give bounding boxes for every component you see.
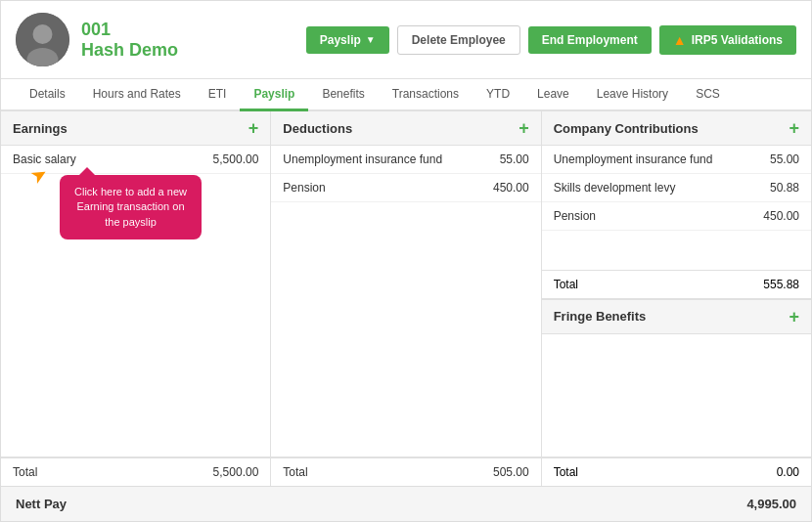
payslip-button[interactable]: Payslip ▼ bbox=[306, 26, 389, 54]
deductions-body: Unemployment insurance fund 55.00 Pensio… bbox=[271, 146, 540, 457]
company-contributions-header: Company Contributions + bbox=[542, 111, 811, 146]
warning-triangle-icon: ▲ bbox=[673, 32, 687, 48]
cc-pension-label: Pension bbox=[554, 209, 596, 223]
fringe-benefits-footer: Total 0.00 bbox=[542, 457, 811, 486]
deduction-uif-label: Unemployment insurance fund bbox=[283, 152, 442, 166]
add-deduction-button[interactable]: + bbox=[519, 119, 529, 137]
deductions-footer: Total 505.00 bbox=[271, 457, 540, 486]
cc-uif-value: 55.00 bbox=[770, 152, 799, 166]
add-company-contribution-button[interactable]: + bbox=[789, 119, 799, 137]
fringe-benefits-title: Fringe Benefits bbox=[554, 309, 647, 324]
tab-leave[interactable]: Leave bbox=[523, 79, 583, 111]
tab-scs[interactable]: SCS bbox=[682, 79, 734, 111]
basic-salary-value: 5,500.00 bbox=[213, 152, 259, 166]
cc-sdl-value: 50.88 bbox=[770, 181, 799, 195]
cc-pension-value: 450.00 bbox=[763, 209, 799, 223]
earnings-total-label: Total bbox=[13, 465, 37, 479]
tab-payslip[interactable]: Payslip bbox=[240, 79, 308, 111]
earnings-panel-header: Earnings + bbox=[1, 111, 270, 146]
fringe-benefits-body bbox=[542, 334, 811, 457]
earnings-panel: Earnings + Basic salary 5,500.00 ➤ Click… bbox=[1, 111, 271, 486]
fringe-benefits-header: Fringe Benefits + bbox=[542, 300, 811, 334]
earnings-total-value: 5,500.00 bbox=[213, 465, 259, 479]
deduction-pension-value: 450.00 bbox=[493, 181, 529, 195]
nav-tabs: Details Hours and Rates ETI Payslip Bene… bbox=[1, 79, 811, 111]
employee-info: 001 Hash Demo bbox=[16, 13, 178, 66]
company-contributions-total-row: Total 555.88 bbox=[542, 270, 811, 298]
cc-uif-row: Unemployment insurance fund 55.00 bbox=[542, 146, 811, 174]
company-contributions-body: Unemployment insurance fund 55.00 Skills… bbox=[542, 146, 811, 270]
tab-benefits[interactable]: Benefits bbox=[308, 79, 378, 111]
right-panel: Company Contributions + Unemployment ins… bbox=[542, 111, 811, 486]
basic-salary-label: Basic salary bbox=[13, 152, 76, 166]
dropdown-arrow-icon: ▼ bbox=[366, 34, 376, 45]
tab-hours-rates[interactable]: Hours and Rates bbox=[79, 79, 195, 111]
end-employment-button[interactable]: End Employment bbox=[528, 26, 652, 54]
cc-uif-label: Unemployment insurance fund bbox=[554, 152, 713, 166]
company-contributions-panel: Company Contributions + Unemployment ins… bbox=[542, 111, 811, 299]
employee-name-block: 001 Hash Demo bbox=[81, 20, 178, 61]
svg-point-1 bbox=[33, 24, 53, 44]
tab-leave-history[interactable]: Leave History bbox=[583, 79, 682, 111]
tooltip-bubble: Click here to add a new Earning transact… bbox=[60, 175, 202, 239]
main-content: Earnings + Basic salary 5,500.00 ➤ Click… bbox=[1, 111, 811, 486]
earnings-body: Basic salary 5,500.00 ➤ Click here to ad… bbox=[1, 146, 270, 457]
tab-details[interactable]: Details bbox=[16, 79, 79, 111]
cc-total-label: Total bbox=[554, 278, 578, 291]
delete-employee-button[interactable]: Delete Employee bbox=[397, 25, 520, 55]
avatar bbox=[16, 13, 69, 66]
fringe-total-label: Total bbox=[554, 465, 578, 479]
nett-pay-label: Nett Pay bbox=[16, 497, 67, 511]
earnings-title: Earnings bbox=[13, 121, 68, 136]
deductions-panel-header: Deductions + bbox=[271, 111, 540, 146]
earnings-footer: Total 5,500.00 bbox=[1, 457, 270, 486]
employee-id: 001 bbox=[81, 20, 178, 40]
cc-pension-row: Pension 450.00 bbox=[542, 202, 811, 231]
deductions-total-label: Total bbox=[283, 465, 307, 479]
employee-fullname: Hash Demo bbox=[81, 40, 178, 61]
fringe-benefits-panel: Fringe Benefits + Total 0.00 bbox=[542, 299, 811, 487]
add-fringe-benefit-button[interactable]: + bbox=[789, 308, 799, 326]
add-earning-button[interactable]: + bbox=[248, 119, 259, 137]
cc-sdl-row: Skills development levy 50.88 bbox=[542, 174, 811, 202]
deduction-pension-label: Pension bbox=[283, 181, 325, 195]
deduction-uif-row: Unemployment insurance fund 55.00 bbox=[271, 146, 540, 174]
tab-transactions[interactable]: Transactions bbox=[379, 79, 473, 111]
cc-total-value: 555.88 bbox=[763, 278, 799, 291]
fringe-total-value: 0.00 bbox=[777, 465, 799, 479]
deductions-title: Deductions bbox=[283, 121, 352, 136]
irp5-validations-button[interactable]: ▲ IRP5 Validations bbox=[659, 25, 796, 55]
nett-pay-value: 4,995.00 bbox=[746, 497, 796, 511]
deductions-total-value: 505.00 bbox=[493, 465, 529, 479]
nett-pay-bar: Nett Pay 4,995.00 bbox=[1, 486, 811, 521]
tab-ytd[interactable]: YTD bbox=[473, 79, 523, 111]
header: 001 Hash Demo Payslip ▼ Delete Employee … bbox=[1, 1, 811, 79]
tab-eti[interactable]: ETI bbox=[195, 79, 241, 111]
cc-sdl-label: Skills development levy bbox=[554, 181, 676, 195]
company-contributions-title: Company Contributions bbox=[554, 121, 699, 136]
header-actions: Payslip ▼ Delete Employee End Employment… bbox=[306, 25, 796, 55]
deduction-uif-value: 55.00 bbox=[500, 152, 529, 166]
deductions-panel: Deductions + Unemployment insurance fund… bbox=[271, 111, 541, 486]
deduction-pension-row: Pension 450.00 bbox=[271, 174, 540, 202]
